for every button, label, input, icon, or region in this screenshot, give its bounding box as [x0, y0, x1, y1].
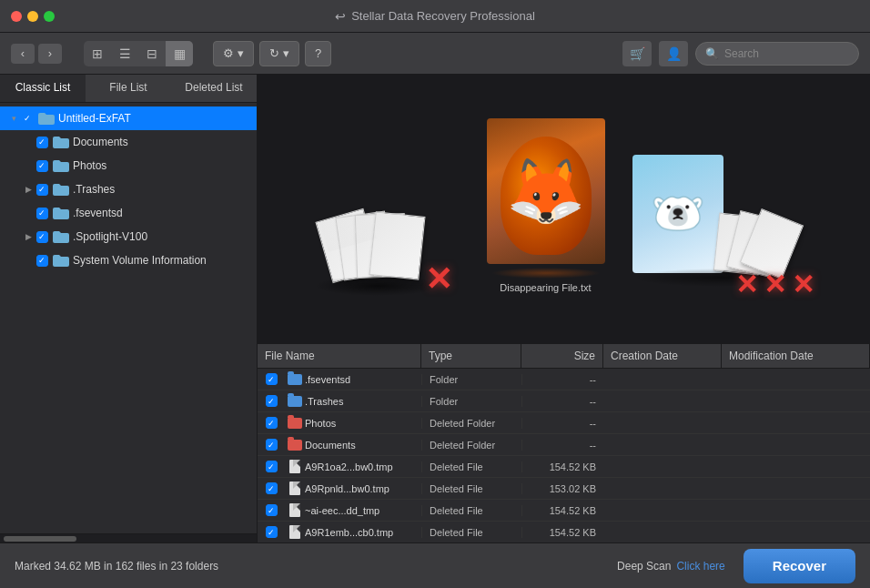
cb-wrap-untitled[interactable] — [20, 111, 35, 126]
file-size-tmp1: 154.52 KB — [521, 461, 603, 472]
nav-buttons: ‹ › — [11, 44, 62, 64]
forward-button[interactable]: › — [38, 44, 62, 64]
file-name-photos: Photos — [305, 418, 421, 429]
cb-wrap-trashes[interactable] — [35, 182, 49, 197]
restore-button[interactable]: ↻ ▾ — [259, 41, 299, 66]
restore-arrow: ▾ — [283, 46, 289, 60]
file-row-photos[interactable]: Photos Deleted Folder -- — [258, 412, 870, 434]
file-icon-tmp3-f — [289, 503, 300, 517]
file-type-tmp4: Deleted File — [421, 527, 521, 538]
search-input[interactable] — [724, 47, 849, 60]
account-button[interactable]: 👤 — [659, 41, 688, 66]
tree-item-spotlight[interactable]: ▶ .Spotlight-V100 — [0, 225, 257, 248]
folder-icon-untitled — [38, 112, 55, 125]
close-button[interactable] — [11, 11, 22, 22]
sidebar-tree: ▾ Untitled-ExFAT Documents — [0, 103, 257, 533]
folder-icon-fseventsd — [53, 207, 69, 219]
file-size-tmp2: 153.02 KB — [521, 483, 603, 494]
file-size-documents: -- — [521, 440, 603, 451]
tree-item-fseventsd[interactable]: .fseventsd — [0, 201, 257, 225]
file-row-trashes[interactable]: .Trashes Folder -- — [258, 390, 870, 412]
tree-item-untitled[interactable]: ▾ Untitled-ExFAT — [0, 106, 257, 130]
file-icon-photos — [285, 418, 305, 429]
file-cb-photos[interactable] — [258, 417, 285, 429]
file-cb-tmp4[interactable] — [258, 526, 285, 538]
file-type-tmp3: Deleted File — [421, 505, 521, 516]
file-row-fseventsd[interactable]: .fseventsd Folder -- — [258, 369, 870, 390]
traffic-lights — [11, 11, 55, 22]
file-row-tmp4[interactable]: A9R1emb...cb0.tmp Deleted File 154.52 KB — [258, 522, 870, 542]
checkbox-file-tmp1 — [266, 461, 278, 472]
file-name-tmp1: A9R1oa2...bw0.tmp — [305, 461, 421, 472]
toolbar-actions: ⚙ ▾ ↻ ▾ ? — [213, 41, 331, 66]
folder-icon-photos — [53, 159, 69, 172]
col-header-modification: Modification Date — [722, 344, 870, 368]
col-header-name: File Name — [258, 344, 421, 368]
label-documents: Documents — [73, 136, 128, 148]
cb-wrap-fseventsd[interactable] — [35, 206, 49, 220]
file-icon-documents — [285, 440, 305, 451]
file-cb-tmp1[interactable] — [258, 461, 285, 472]
tree-item-documents[interactable]: Documents — [0, 130, 257, 154]
expand-arrow-spotlight: ▶ — [22, 232, 35, 241]
label-untitled: Untitled-ExFAT — [58, 112, 131, 125]
settings-arrow: ▾ — [238, 46, 244, 60]
checkbox-fseventsd — [36, 208, 48, 219]
status-bar: Marked 34.62 MB in 162 files in 23 folde… — [0, 542, 870, 588]
file-cb-documents[interactable] — [258, 439, 285, 451]
file-type-documents: Deleted Folder — [421, 440, 521, 451]
tree-item-trashes[interactable]: ▶ .Trashes — [0, 177, 257, 201]
file-cb-fseventsd[interactable] — [258, 373, 285, 385]
file-cb-trashes[interactable] — [258, 395, 285, 407]
file-row-documents[interactable]: Documents Deleted Folder -- — [258, 434, 870, 456]
file-name-tmp3: ~ai-eec...dd_tmp — [305, 505, 421, 516]
file-type-photos: Deleted Folder — [421, 418, 521, 429]
red-x-3: ✕ — [792, 269, 814, 300]
back-button[interactable]: ‹ — [11, 44, 35, 64]
tab-classic-list[interactable]: Classic List — [0, 75, 86, 102]
fox-label: Disappearing File.txt — [500, 282, 591, 293]
checkbox-file-tmp3 — [266, 504, 278, 516]
label-fseventsd: .fseventsd — [73, 207, 123, 219]
file-row-tmp3[interactable]: ~ai-eec...dd_tmp Deleted File 154.52 KB — [258, 500, 870, 522]
tab-file-list[interactable]: File List — [86, 75, 171, 102]
preview-content: ✕ Disappearing File.txt 🐻‍❄️ — [258, 75, 870, 343]
checkbox-trashes — [36, 184, 48, 196]
search-icon: 🔍 — [705, 47, 719, 60]
file-row-tmp2[interactable]: A9Rpnld...bw0.tmp Deleted File 153.02 KB — [258, 478, 870, 500]
col-header-size: Size — [521, 344, 603, 368]
view-columns-button[interactable]: ⊟ — [138, 41, 166, 66]
help-button[interactable]: ? — [305, 41, 331, 66]
title-bar: ↩ Stellar Data Recovery Professional — [0, 0, 870, 33]
tree-item-sysvolinfo[interactable]: System Volume Information — [0, 248, 257, 272]
folder-icon-photos-deleted — [288, 418, 302, 429]
maximize-button[interactable] — [44, 11, 55, 22]
label-photos: Photos — [73, 159, 106, 172]
folder-icon-documents-deleted — [288, 440, 302, 451]
view-list-button[interactable]: ☰ — [111, 41, 138, 66]
cb-wrap-documents[interactable] — [35, 135, 49, 149]
file-cb-tmp3[interactable] — [258, 504, 285, 516]
expand-arrow-untitled: ▾ — [7, 114, 20, 123]
cb-wrap-photos[interactable] — [35, 158, 49, 173]
minimize-button[interactable] — [27, 11, 38, 22]
click-here-link[interactable]: Click here — [676, 560, 724, 573]
doc-page-4 — [369, 211, 425, 279]
settings-button[interactable]: ⚙ ▾ — [213, 41, 254, 66]
polar-image: 🐻‍❄️ — [632, 155, 723, 273]
marked-text: Marked 34.62 MB in 162 files in 23 folde… — [15, 560, 617, 573]
checkbox-file-trashes — [266, 395, 278, 407]
cb-wrap-sysvolinfo[interactable] — [35, 253, 49, 268]
file-row-tmp1[interactable]: A9R1oa2...bw0.tmp Deleted File 154.52 KB — [258, 456, 870, 478]
search-box: 🔍 — [695, 42, 859, 66]
folder-icon-spotlight — [53, 230, 69, 243]
file-cb-tmp2[interactable] — [258, 482, 285, 494]
view-filmstrip-button[interactable]: ▦ — [166, 41, 193, 66]
view-icons-button[interactable]: ⊞ — [84, 41, 111, 66]
cb-wrap-spotlight[interactable] — [35, 229, 49, 244]
tab-deleted-list[interactable]: Deleted List — [171, 75, 257, 102]
recover-button[interactable]: Recover — [744, 549, 855, 583]
cart-button[interactable]: 🛒 — [622, 41, 652, 66]
right-stack: 🐻‍❄️ ✕ ✕ ✕ — [632, 118, 814, 300]
tree-item-photos[interactable]: Photos — [0, 154, 257, 177]
